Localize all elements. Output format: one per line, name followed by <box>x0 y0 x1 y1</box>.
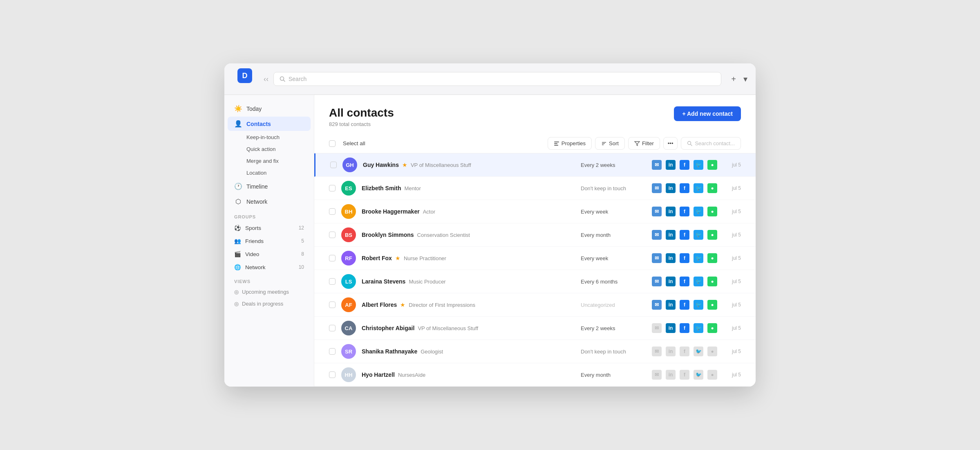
sidebar-item-timeline[interactable]: 🕐 Timeline <box>228 179 311 194</box>
collapse-icon[interactable]: ‹‹ <box>264 75 268 83</box>
whatsapp-icon[interactable]: ● <box>707 253 717 263</box>
linkedin-icon[interactable]: in <box>666 230 676 240</box>
twitter-disabled-icon[interactable]: 🐦 <box>694 370 703 380</box>
whatsapp-icon[interactable]: ● <box>707 207 717 216</box>
email-icon[interactable]: ✉ <box>652 160 662 170</box>
facebook-icon[interactable]: f <box>680 300 689 310</box>
sidebar-item-contacts[interactable]: 👤 Contacts <box>228 117 311 131</box>
email-icon[interactable]: ✉ <box>652 230 662 240</box>
twitter-icon[interactable]: 🐦 <box>694 230 703 240</box>
sidebar-sub-location[interactable]: Location <box>228 167 311 178</box>
group-network[interactable]: 🌐 Network 10 <box>228 261 311 273</box>
sidebar-item-today[interactable]: ☀️ Today <box>228 101 311 116</box>
sidebar-sub-merge-fix[interactable]: Merge and fix <box>228 155 311 166</box>
row-checkbox[interactable] <box>329 325 336 331</box>
contact-row[interactable]: BH Brooke Haggermaker Actor Every week ✉… <box>314 200 756 223</box>
linkedin-icon[interactable]: in <box>666 300 676 310</box>
twitter-icon[interactable]: 🐦 <box>694 277 703 286</box>
row-checkbox[interactable] <box>329 208 336 215</box>
contact-row[interactable]: BS Brooklyn Simmons Conservation Scienti… <box>314 223 756 247</box>
facebook-icon[interactable]: f <box>680 277 689 286</box>
view-upcoming-meetings[interactable]: ◎ Upcoming meetings <box>228 286 311 297</box>
contact-role: Geologist <box>421 349 443 355</box>
row-checkbox[interactable] <box>330 162 337 168</box>
row-checkbox[interactable] <box>329 185 336 191</box>
properties-button[interactable]: Properties <box>548 137 592 150</box>
email-disabled-icon[interactable]: ✉ <box>652 323 662 333</box>
sidebar-sub-quick-action[interactable]: Quick action <box>228 144 311 155</box>
upcoming-icon: ◎ <box>234 289 239 295</box>
groups-section-label: GROUPS <box>224 209 314 221</box>
email-icon[interactable]: ✉ <box>652 300 662 310</box>
twitter-icon[interactable]: 🐦 <box>694 253 703 263</box>
facebook-icon[interactable]: f <box>680 253 689 263</box>
contact-search[interactable]: Search contact... <box>681 137 741 150</box>
dropdown-btn[interactable]: ▾ <box>742 72 749 86</box>
linkedin-disabled-icon[interactable]: in <box>666 370 676 380</box>
contact-row[interactable]: RF Robert Fox ★ Nurse Practitioner Every… <box>314 247 756 270</box>
linkedin-icon[interactable]: in <box>666 207 676 216</box>
row-checkbox[interactable] <box>329 348 336 355</box>
whatsapp-icon[interactable]: ● <box>707 323 717 333</box>
contact-row[interactable]: ES Elizbeth Smith Mentor Don't keep in t… <box>314 177 756 200</box>
facebook-icon[interactable]: f <box>680 160 689 170</box>
select-all-checkbox[interactable] <box>329 140 336 147</box>
whatsapp-icon[interactable]: ● <box>707 183 717 193</box>
contact-row[interactable]: SR Shanika Rathnayake Geologist Don't ke… <box>314 340 756 363</box>
twitter-icon[interactable]: 🐦 <box>694 183 703 193</box>
sidebar-sub-keep-in-touch[interactable]: Keep-in-touch <box>228 132 311 143</box>
contact-row[interactable]: LS Laraina Stevens Music Producer Every … <box>314 270 756 293</box>
whatsapp-disabled-icon[interactable]: ● <box>707 370 717 380</box>
group-video[interactable]: 🎬 Video 8 <box>228 248 311 260</box>
view-deals-in-progress[interactable]: ◎ Deals in progress <box>228 298 311 309</box>
facebook-disabled-icon[interactable]: f <box>680 370 689 380</box>
linkedin-icon[interactable]: in <box>666 160 676 170</box>
sort-button[interactable]: Sort <box>595 137 625 150</box>
twitter-icon[interactable]: 🐦 <box>694 207 703 216</box>
whatsapp-icon[interactable]: ● <box>707 160 717 170</box>
email-disabled-icon[interactable]: ✉ <box>652 370 662 380</box>
facebook-icon[interactable]: f <box>680 230 689 240</box>
whatsapp-icon[interactable]: ● <box>707 277 717 286</box>
email-icon[interactable]: ✉ <box>652 183 662 193</box>
group-friends[interactable]: 👥 Friends 5 <box>228 235 311 247</box>
more-options-button[interactable]: ••• <box>663 137 678 150</box>
facebook-icon[interactable]: f <box>680 323 689 333</box>
linkedin-icon[interactable]: in <box>666 183 676 193</box>
row-checkbox[interactable] <box>329 371 336 378</box>
email-icon[interactable]: ✉ <box>652 207 662 216</box>
filter-button[interactable]: Filter <box>628 137 660 150</box>
contact-row[interactable]: CA Christopher Abigail VP of Miscellaneo… <box>314 317 756 340</box>
row-checkbox[interactable] <box>329 255 336 261</box>
contact-row[interactable]: GH Guy Hawkins ★ VP of Miscellaneous Stu… <box>314 153 756 177</box>
email-icon[interactable]: ✉ <box>652 253 662 263</box>
contact-date: jul 5 <box>726 279 741 284</box>
twitter-icon[interactable]: 🐦 <box>694 300 703 310</box>
contact-row[interactable]: AF Albert Flores ★ Director of First Imp… <box>314 293 756 317</box>
row-checkbox[interactable] <box>329 302 336 308</box>
twitter-icon[interactable]: 🐦 <box>694 160 703 170</box>
facebook-icon[interactable]: f <box>680 207 689 216</box>
sidebar-item-network[interactable]: ⬡ Network <box>228 194 311 209</box>
row-checkbox[interactable] <box>329 278 336 285</box>
linkedin-disabled-icon[interactable]: in <box>666 346 676 356</box>
twitter-disabled-icon[interactable]: 🐦 <box>694 346 703 356</box>
group-sports[interactable]: ⚽ Sports 12 <box>228 222 311 234</box>
facebook-disabled-icon[interactable]: f <box>680 346 689 356</box>
whatsapp-icon[interactable]: ● <box>707 300 717 310</box>
linkedin-icon[interactable]: in <box>666 253 676 263</box>
linkedin-icon[interactable]: in <box>666 277 676 286</box>
row-checkbox[interactable] <box>329 232 336 238</box>
whatsapp-disabled-icon[interactable]: ● <box>707 346 717 356</box>
facebook-icon[interactable]: f <box>680 183 689 193</box>
whatsapp-icon[interactable]: ● <box>707 230 717 240</box>
add-icon-btn[interactable]: + <box>729 73 738 86</box>
email-icon[interactable]: ✉ <box>652 277 662 286</box>
global-search[interactable]: Search <box>273 72 721 86</box>
add-new-contact-button[interactable]: + Add new contact <box>674 106 741 121</box>
twitter-icon[interactable]: 🐦 <box>694 323 703 333</box>
email-disabled-icon[interactable]: ✉ <box>652 346 662 356</box>
contact-row[interactable]: HH Hyo Hartzell NursesAide Every month ✉… <box>314 363 756 387</box>
linkedin-icon[interactable]: in <box>666 323 676 333</box>
contact-name: Shanika Rathnayake <box>362 348 417 355</box>
